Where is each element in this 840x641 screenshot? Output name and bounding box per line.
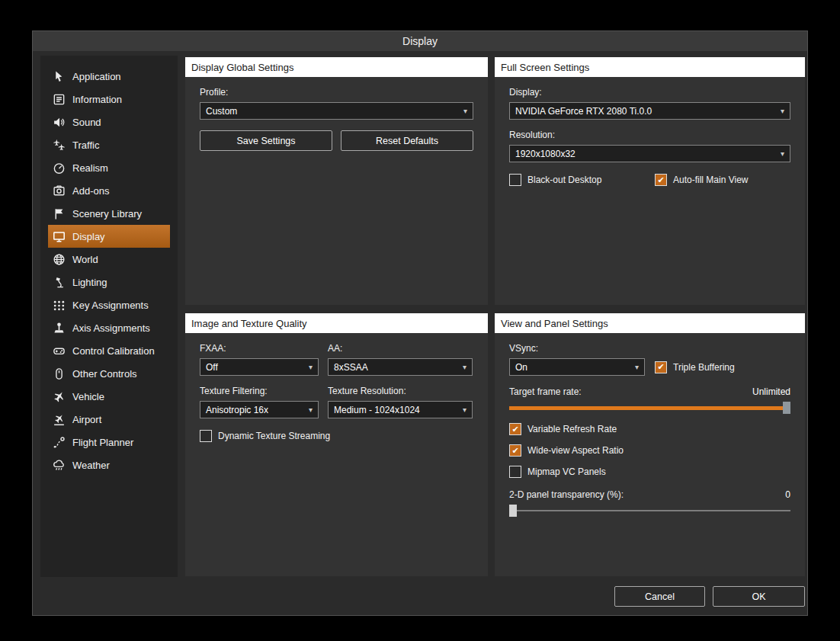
transparency-slider[interactable] xyxy=(509,505,790,517)
slider-handle[interactable] xyxy=(783,402,790,414)
transparency-row: 2-D panel transparency (%): 0 xyxy=(509,489,790,500)
sidebar-item-airport[interactable]: Airport xyxy=(48,408,170,431)
sidebar-item-add-ons[interactable]: Add-ons xyxy=(48,179,170,202)
window-body: Application Information Sound Traffic Re… xyxy=(33,51,807,615)
sidebar-item-label: Flight Planner xyxy=(72,437,133,448)
panel-body: VSync: On ▾ Triple Buffering Target fram… xyxy=(495,333,805,527)
airplane-icon xyxy=(52,389,66,403)
sidebar-item-sound[interactable]: Sound xyxy=(48,111,170,133)
sidebar-item-label: Application xyxy=(72,71,121,82)
sidebar-item-label: Other Controls xyxy=(72,368,137,380)
sidebar-item-label: Airport xyxy=(72,414,101,425)
panel-title: Image and Texture Quality xyxy=(191,318,307,329)
sidebar-item-lighting[interactable]: Lighting xyxy=(48,271,170,293)
slider-track xyxy=(509,406,790,410)
sidebar-item-label: Axis Assignments xyxy=(72,322,150,334)
panel-display-global-settings: Display Global Settings Profile: Custom … xyxy=(185,57,488,305)
chevron-down-icon: ▾ xyxy=(781,107,784,115)
chevron-down-icon: ▾ xyxy=(635,364,639,371)
variable-refresh-rate-checkbox[interactable]: Variable Refresh Rate xyxy=(509,423,790,435)
vsync-row: On ▾ Triple Buffering xyxy=(509,358,790,376)
triple-buffering-checkbox[interactable]: Triple Buffering xyxy=(655,361,735,373)
checkbox-box xyxy=(509,174,521,186)
display-adapter-label: Display: xyxy=(509,87,790,98)
sidebar-item-realism[interactable]: Realism xyxy=(48,156,170,179)
aa-label: AA: xyxy=(328,343,473,354)
vsync-dropdown[interactable]: On ▾ xyxy=(509,358,645,376)
sidebar-item-label: Sound xyxy=(72,117,101,128)
checkbox-label: Dynamic Texture Streaming xyxy=(218,431,330,441)
texture-filtering-value: Anisotropic 16x xyxy=(206,405,268,415)
sidebar-item-application[interactable]: Application xyxy=(48,65,170,88)
display-adapter-value: NVIDIA GeForce RTX 2080 Ti.0.0 xyxy=(515,106,652,117)
sidebar-item-information[interactable]: Information xyxy=(48,88,170,111)
target-frame-rate-slider[interactable] xyxy=(509,402,790,414)
transparency-label: 2-D panel transparency (%): xyxy=(509,489,624,500)
display-settings-window: Display Application Information Sound Tr… xyxy=(32,30,808,616)
sidebar-item-display[interactable]: Display xyxy=(48,225,170,248)
slider-track xyxy=(509,510,790,511)
blackout-desktop-checkbox[interactable]: Black-out Desktop xyxy=(509,174,655,186)
sidebar-item-label: Lighting xyxy=(72,277,107,288)
profile-dropdown[interactable]: Custom ▾ xyxy=(200,102,473,120)
save-settings-button[interactable]: Save Settings xyxy=(200,130,332,151)
sidebar-item-other-controls[interactable]: Other Controls xyxy=(48,362,170,385)
sidebar-item-world[interactable]: World xyxy=(48,248,170,271)
cancel-button[interactable]: Cancel xyxy=(614,586,705,607)
sidebar-item-vehicle[interactable]: Vehicle xyxy=(48,385,170,408)
sidebar-item-weather[interactable]: Weather xyxy=(48,454,170,476)
texture-filtering-label: Texture Filtering: xyxy=(200,386,319,396)
fxaa-dropdown[interactable]: Off ▾ xyxy=(200,358,319,376)
panel-header: Image and Texture Quality xyxy=(185,313,488,333)
chevron-down-icon: ▾ xyxy=(309,364,313,371)
resolution-label: Resolution: xyxy=(509,130,790,140)
joystick-icon xyxy=(52,321,66,335)
sidebar-item-axis-assignments[interactable]: Axis Assignments xyxy=(48,316,170,339)
sidebar-item-control-calibration[interactable]: Control Calibration xyxy=(48,339,170,362)
checkbox-label: Variable Refresh Rate xyxy=(527,424,617,434)
lamp-icon xyxy=(52,275,66,289)
monitor-icon xyxy=(52,229,66,243)
display-adapter-dropdown[interactable]: NVIDIA GeForce RTX 2080 Ti.0.0 ▾ xyxy=(509,102,790,120)
texture-filtering-dropdown[interactable]: Anisotropic 16x ▾ xyxy=(200,401,319,418)
sidebar-item-key-assignments[interactable]: Key Assignments xyxy=(48,293,170,316)
vsync-label: VSync: xyxy=(509,343,790,354)
profile-buttons-row: Save Settings Reset Defaults xyxy=(200,130,473,151)
window-titlebar: Display xyxy=(33,31,807,51)
transparency-value: 0 xyxy=(785,489,790,500)
wide-view-aspect-ratio-checkbox[interactable]: Wide-view Aspect Ratio xyxy=(509,444,790,457)
keyboard-icon xyxy=(52,298,66,312)
checkbox-label: Wide-view Aspect Ratio xyxy=(527,445,624,456)
sidebar-item-scenery-library[interactable]: Scenery Library xyxy=(48,202,170,225)
chevron-down-icon: ▾ xyxy=(463,406,466,414)
ok-button[interactable]: OK xyxy=(713,586,805,607)
aa-dropdown[interactable]: 8xSSAA ▾ xyxy=(328,358,473,376)
traffic-planes-icon xyxy=(52,138,66,152)
chevron-down-icon: ▾ xyxy=(463,364,466,371)
pointer-icon xyxy=(52,69,66,83)
sidebar-item-traffic[interactable]: Traffic xyxy=(48,133,170,156)
checkbox-box xyxy=(200,430,212,442)
panel-body: Display: NVIDIA GeForce RTX 2080 Ti.0.0 … xyxy=(495,77,805,196)
checkbox-box xyxy=(509,466,521,478)
resolution-dropdown[interactable]: 1920x1080x32 ▾ xyxy=(509,145,790,162)
sidebar-item-label: Information xyxy=(72,94,122,105)
target-frame-rate-value: Unlimited xyxy=(752,386,790,397)
checkbox-box xyxy=(655,174,667,186)
slider-handle[interactable] xyxy=(509,505,517,517)
autofill-main-view-checkbox[interactable]: Auto-fill Main View xyxy=(655,174,748,186)
globe-icon xyxy=(52,252,66,266)
panel-header: View and Panel Settings xyxy=(495,313,805,333)
fullscreen-checkbox-row: Black-out Desktop Auto-fill Main View xyxy=(509,174,790,186)
dynamic-texture-streaming-checkbox[interactable]: Dynamic Texture Streaming xyxy=(200,430,345,442)
checkbox-label: Black-out Desktop xyxy=(527,175,601,185)
reset-defaults-button[interactable]: Reset Defaults xyxy=(341,130,473,151)
texture-resolution-dropdown[interactable]: Medium - 1024x1024 ▾ xyxy=(328,401,473,418)
checkbox-label: Mipmap VC Panels xyxy=(527,466,606,477)
gauge-icon xyxy=(52,161,66,175)
fxaa-value: Off xyxy=(206,362,218,373)
sidebar-item-flight-planner[interactable]: Flight Planner xyxy=(48,431,170,454)
aa-value: 8xSSAA xyxy=(334,362,368,373)
flag-icon xyxy=(52,207,66,220)
mipmap-vc-panels-checkbox[interactable]: Mipmap VC Panels xyxy=(509,466,790,478)
